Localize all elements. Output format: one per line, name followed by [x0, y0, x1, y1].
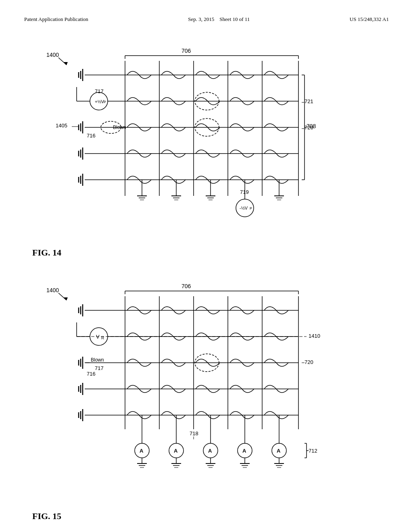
svg-text:A: A: [277, 448, 281, 454]
ref-716-label-fig15: 716: [87, 371, 96, 377]
svg-text:P: P: [104, 100, 106, 104]
svg-text:Blown: Blown: [91, 357, 104, 363]
ref-1405-label: 1405: [56, 123, 67, 129]
ref-706-label-fig14: 706: [181, 48, 191, 54]
ref-712-label: 712: [309, 448, 317, 454]
svg-text:+½V: +½V: [95, 99, 104, 104]
fig15-svg: 1400 706: [24, 270, 387, 508]
figures-container: 1400 706: [24, 35, 389, 526]
ref-717-label-fig15: 717: [95, 365, 104, 371]
ref-718-label: 718: [190, 430, 198, 436]
ref-1410-label: 1410: [309, 333, 320, 339]
header-right: US 15/248,332 A1: [350, 16, 389, 23]
ref-716-label-fig14: 716: [87, 133, 96, 139]
header-center: Sep. 3, 2015 Sheet 10 of 11: [188, 16, 250, 23]
page-header: Patent Application Publication Sep. 3, 2…: [24, 16, 389, 23]
fig14-svg: 1400 706: [24, 35, 387, 244]
header-left: Patent Application Publication: [24, 16, 88, 23]
ref-706-label-fig15: 706: [181, 283, 191, 289]
svg-text:A: A: [208, 448, 212, 454]
svg-line-72: [58, 293, 67, 300]
ref-1400-label: 1400: [46, 52, 59, 58]
ref-720-label-fig15: 720: [305, 359, 313, 365]
svg-text:P: P: [250, 206, 252, 210]
ref-719-label: 719: [240, 189, 249, 195]
fig15-label: FIG. 15: [32, 511, 389, 522]
ref-720-label-fig14: 720: [305, 125, 313, 131]
svg-text:-½V: -½V: [240, 206, 248, 210]
svg-text:A: A: [140, 448, 144, 454]
ref-721-label: 721: [305, 98, 313, 104]
figure-15-section: 1400 706: [24, 270, 389, 522]
svg-text:A: A: [242, 448, 246, 454]
ref-717-label-fig14: 717: [95, 88, 104, 94]
svg-text:A: A: [174, 448, 178, 454]
ref-1400-label-fig15: 1400: [46, 287, 59, 293]
page: Patent Application Publication Sep. 3, 2…: [0, 0, 413, 532]
figure-14-section: 1400 706: [24, 35, 389, 258]
fig14-label: FIG. 14: [32, 247, 389, 258]
